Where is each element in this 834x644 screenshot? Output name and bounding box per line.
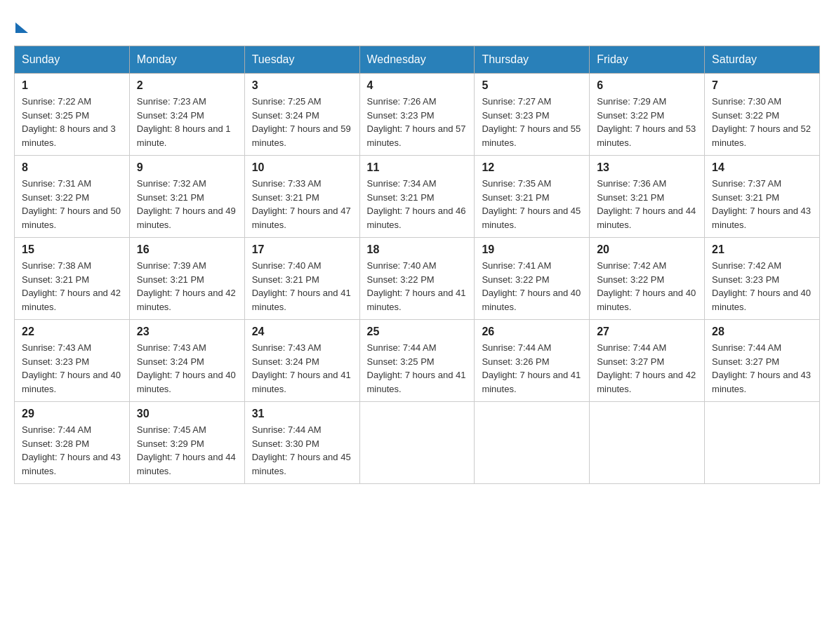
day-info: Sunrise: 7:44 AMSunset: 3:27 PMDaylight:… bbox=[712, 341, 812, 396]
weekday-header-wednesday: Wednesday bbox=[359, 46, 475, 74]
day-number: 8 bbox=[22, 161, 122, 174]
day-number: 20 bbox=[597, 243, 697, 256]
calendar-cell: 22Sunrise: 7:43 AMSunset: 3:23 PMDayligh… bbox=[15, 320, 130, 402]
calendar-cell: 23Sunrise: 7:43 AMSunset: 3:24 PMDayligh… bbox=[129, 320, 244, 402]
day-number: 9 bbox=[137, 161, 237, 174]
calendar-cell: 16Sunrise: 7:39 AMSunset: 3:21 PMDayligh… bbox=[129, 238, 244, 320]
day-number: 29 bbox=[22, 408, 122, 420]
calendar-cell: 2Sunrise: 7:23 AMSunset: 3:24 PMDaylight… bbox=[129, 74, 244, 156]
calendar-cell: 28Sunrise: 7:44 AMSunset: 3:27 PMDayligh… bbox=[705, 320, 820, 402]
calendar-cell: 19Sunrise: 7:41 AMSunset: 3:22 PMDayligh… bbox=[475, 238, 590, 320]
weekday-header-row: SundayMondayTuesdayWednesdayThursdayFrid… bbox=[15, 46, 820, 74]
day-number: 2 bbox=[137, 79, 237, 92]
calendar-week-row: 29Sunrise: 7:44 AMSunset: 3:28 PMDayligh… bbox=[15, 402, 820, 484]
calendar-cell bbox=[475, 402, 590, 484]
weekday-header-tuesday: Tuesday bbox=[244, 46, 359, 74]
day-number: 3 bbox=[252, 79, 352, 92]
calendar-cell: 6Sunrise: 7:29 AMSunset: 3:22 PMDaylight… bbox=[590, 74, 705, 156]
day-info: Sunrise: 7:44 AMSunset: 3:28 PMDaylight:… bbox=[22, 423, 122, 478]
page-header bbox=[14, 14, 820, 32]
day-info: Sunrise: 7:44 AMSunset: 3:30 PMDaylight:… bbox=[252, 423, 352, 478]
day-info: Sunrise: 7:29 AMSunset: 3:22 PMDaylight:… bbox=[597, 95, 697, 149]
calendar-cell: 9Sunrise: 7:32 AMSunset: 3:21 PMDaylight… bbox=[129, 156, 244, 238]
calendar-cell: 21Sunrise: 7:42 AMSunset: 3:23 PMDayligh… bbox=[705, 238, 820, 320]
day-number: 12 bbox=[482, 161, 582, 174]
weekday-header-saturday: Saturday bbox=[705, 46, 820, 74]
day-number: 25 bbox=[367, 326, 468, 338]
calendar-cell: 4Sunrise: 7:26 AMSunset: 3:23 PMDaylight… bbox=[359, 74, 475, 156]
day-number: 10 bbox=[252, 161, 352, 174]
day-info: Sunrise: 7:40 AMSunset: 3:22 PMDaylight:… bbox=[367, 259, 468, 314]
day-info: Sunrise: 7:42 AMSunset: 3:23 PMDaylight:… bbox=[712, 259, 812, 314]
day-info: Sunrise: 7:25 AMSunset: 3:24 PMDaylight:… bbox=[252, 95, 352, 149]
calendar-cell: 1Sunrise: 7:22 AMSunset: 3:25 PMDaylight… bbox=[15, 74, 130, 156]
calendar-cell bbox=[590, 402, 705, 484]
day-info: Sunrise: 7:27 AMSunset: 3:23 PMDaylight:… bbox=[482, 95, 582, 149]
day-info: Sunrise: 7:35 AMSunset: 3:21 PMDaylight:… bbox=[482, 177, 582, 232]
day-number: 13 bbox=[597, 161, 697, 174]
calendar-week-row: 1Sunrise: 7:22 AMSunset: 3:25 PMDaylight… bbox=[15, 74, 820, 156]
day-info: Sunrise: 7:44 AMSunset: 3:27 PMDaylight:… bbox=[597, 341, 697, 396]
day-info: Sunrise: 7:32 AMSunset: 3:21 PMDaylight:… bbox=[137, 177, 237, 232]
calendar-cell: 14Sunrise: 7:37 AMSunset: 3:21 PMDayligh… bbox=[705, 156, 820, 238]
day-info: Sunrise: 7:38 AMSunset: 3:21 PMDaylight:… bbox=[22, 259, 122, 314]
day-number: 7 bbox=[712, 79, 812, 92]
calendar-cell: 27Sunrise: 7:44 AMSunset: 3:27 PMDayligh… bbox=[590, 320, 705, 402]
calendar-week-row: 22Sunrise: 7:43 AMSunset: 3:23 PMDayligh… bbox=[15, 320, 820, 402]
calendar-cell: 11Sunrise: 7:34 AMSunset: 3:21 PMDayligh… bbox=[359, 156, 475, 238]
day-number: 14 bbox=[712, 161, 812, 174]
day-number: 4 bbox=[367, 79, 468, 92]
day-info: Sunrise: 7:44 AMSunset: 3:26 PMDaylight:… bbox=[482, 341, 582, 396]
calendar-table: SundayMondayTuesdayWednesdayThursdayFrid… bbox=[14, 46, 820, 484]
day-number: 31 bbox=[252, 408, 352, 420]
calendar-cell: 24Sunrise: 7:43 AMSunset: 3:24 PMDayligh… bbox=[244, 320, 359, 402]
calendar-cell: 12Sunrise: 7:35 AMSunset: 3:21 PMDayligh… bbox=[475, 156, 590, 238]
day-number: 19 bbox=[482, 243, 582, 256]
day-number: 24 bbox=[252, 326, 352, 338]
day-info: Sunrise: 7:43 AMSunset: 3:23 PMDaylight:… bbox=[22, 341, 122, 396]
day-number: 26 bbox=[482, 326, 582, 338]
calendar-cell: 26Sunrise: 7:44 AMSunset: 3:26 PMDayligh… bbox=[475, 320, 590, 402]
day-number: 22 bbox=[22, 326, 122, 338]
calendar-cell: 20Sunrise: 7:42 AMSunset: 3:22 PMDayligh… bbox=[590, 238, 705, 320]
calendar-cell: 10Sunrise: 7:33 AMSunset: 3:21 PMDayligh… bbox=[244, 156, 359, 238]
day-number: 17 bbox=[252, 243, 352, 256]
logo-arrow-icon bbox=[15, 22, 28, 33]
day-number: 27 bbox=[597, 326, 697, 338]
calendar-cell bbox=[359, 402, 475, 484]
calendar-cell: 30Sunrise: 7:45 AMSunset: 3:29 PMDayligh… bbox=[129, 402, 244, 484]
day-number: 16 bbox=[137, 243, 237, 256]
calendar-cell: 8Sunrise: 7:31 AMSunset: 3:22 PMDaylight… bbox=[15, 156, 130, 238]
day-info: Sunrise: 7:42 AMSunset: 3:22 PMDaylight:… bbox=[597, 259, 697, 314]
day-number: 30 bbox=[137, 408, 237, 420]
calendar-cell: 29Sunrise: 7:44 AMSunset: 3:28 PMDayligh… bbox=[15, 402, 130, 484]
day-number: 6 bbox=[597, 79, 697, 92]
day-info: Sunrise: 7:45 AMSunset: 3:29 PMDaylight:… bbox=[137, 423, 237, 478]
day-info: Sunrise: 7:34 AMSunset: 3:21 PMDaylight:… bbox=[367, 177, 468, 232]
calendar-cell: 13Sunrise: 7:36 AMSunset: 3:21 PMDayligh… bbox=[590, 156, 705, 238]
calendar-cell: 3Sunrise: 7:25 AMSunset: 3:24 PMDaylight… bbox=[244, 74, 359, 156]
day-info: Sunrise: 7:23 AMSunset: 3:24 PMDaylight:… bbox=[137, 95, 237, 149]
day-info: Sunrise: 7:22 AMSunset: 3:25 PMDaylight:… bbox=[22, 95, 122, 149]
weekday-header-friday: Friday bbox=[590, 46, 705, 74]
day-number: 23 bbox=[137, 326, 237, 338]
day-info: Sunrise: 7:37 AMSunset: 3:21 PMDaylight:… bbox=[712, 177, 812, 232]
logo bbox=[14, 14, 28, 32]
calendar-cell: 15Sunrise: 7:38 AMSunset: 3:21 PMDayligh… bbox=[15, 238, 130, 320]
day-info: Sunrise: 7:33 AMSunset: 3:21 PMDaylight:… bbox=[252, 177, 352, 232]
day-number: 18 bbox=[367, 243, 468, 256]
day-info: Sunrise: 7:44 AMSunset: 3:25 PMDaylight:… bbox=[367, 341, 468, 396]
day-number: 11 bbox=[367, 161, 468, 174]
day-info: Sunrise: 7:40 AMSunset: 3:21 PMDaylight:… bbox=[252, 259, 352, 314]
calendar-cell: 17Sunrise: 7:40 AMSunset: 3:21 PMDayligh… bbox=[244, 238, 359, 320]
weekday-header-monday: Monday bbox=[129, 46, 244, 74]
day-info: Sunrise: 7:30 AMSunset: 3:22 PMDaylight:… bbox=[712, 95, 812, 149]
calendar-cell bbox=[705, 402, 820, 484]
weekday-header-sunday: Sunday bbox=[15, 46, 130, 74]
day-info: Sunrise: 7:39 AMSunset: 3:21 PMDaylight:… bbox=[137, 259, 237, 314]
calendar-week-row: 15Sunrise: 7:38 AMSunset: 3:21 PMDayligh… bbox=[15, 238, 820, 320]
calendar-cell: 31Sunrise: 7:44 AMSunset: 3:30 PMDayligh… bbox=[244, 402, 359, 484]
day-info: Sunrise: 7:36 AMSunset: 3:21 PMDaylight:… bbox=[597, 177, 697, 232]
calendar-week-row: 8Sunrise: 7:31 AMSunset: 3:22 PMDaylight… bbox=[15, 156, 820, 238]
day-number: 28 bbox=[712, 326, 812, 338]
